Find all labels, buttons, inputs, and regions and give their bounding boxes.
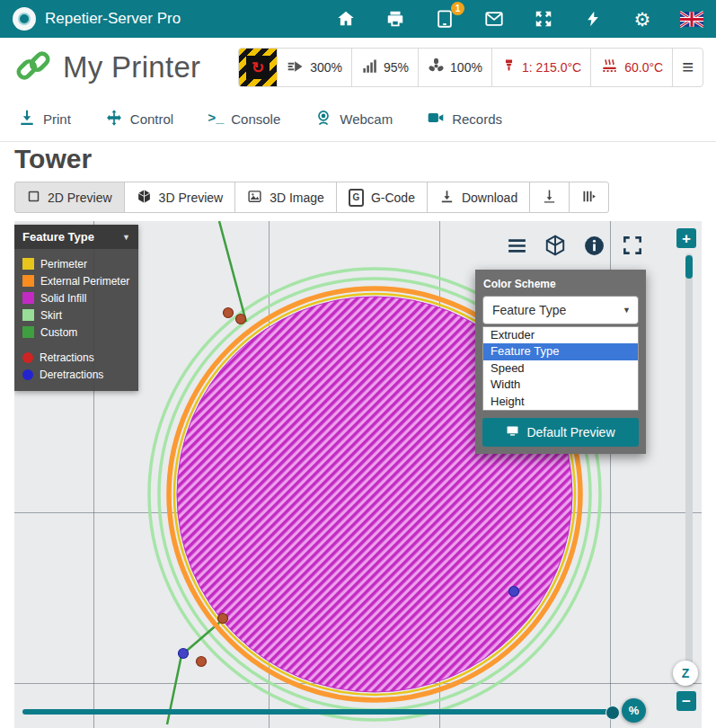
legend-label: Skirt xyxy=(40,309,62,322)
extruder-temp-icon xyxy=(501,58,517,77)
option-width[interactable]: Width xyxy=(483,377,638,393)
legend-item-deretractions: Deretractions xyxy=(22,366,130,383)
default-preview-button[interactable]: Default Preview xyxy=(482,418,639,447)
retraction-dot xyxy=(218,614,228,624)
2d-preview-button[interactable]: 2D Preview xyxy=(14,182,125,213)
speed-value: 300% xyxy=(310,60,342,75)
home-icon[interactable] xyxy=(334,7,358,31)
emergency-stop-button[interactable]: ↻ xyxy=(239,49,277,86)
selected-option: Feature Type xyxy=(492,303,566,317)
bolt-icon[interactable] xyxy=(581,7,605,31)
tab-webcam[interactable]: Webcam xyxy=(314,109,393,129)
gear-icon[interactable]: ⚙ xyxy=(631,7,654,31)
flow-multiplier-button[interactable]: 95% xyxy=(351,49,418,86)
tablet-icon[interactable]: 1 xyxy=(433,7,456,31)
legend-item-skirt: Skirt xyxy=(22,306,130,324)
preview-menu-icon[interactable] xyxy=(505,234,528,257)
option-extruder[interactable]: Extruder xyxy=(483,327,638,343)
chain-link-icon xyxy=(13,45,54,90)
legend-panel: Feature Type ▼ Perimeter External Perime… xyxy=(14,225,138,391)
fullscreen-icon[interactable] xyxy=(621,234,644,257)
monitor-icon xyxy=(506,424,519,440)
zoom-out-button[interactable]: − xyxy=(676,691,696,711)
zoom-in-button[interactable]: + xyxy=(676,228,696,248)
deretraction-dot xyxy=(179,649,189,659)
brand-name: Repetier-Server Pro xyxy=(45,10,181,28)
3d-image-button[interactable]: 3D Image xyxy=(234,182,337,213)
speed-multiplier-button[interactable]: 300% xyxy=(277,49,351,86)
navbar-icons: 1 ⚙ xyxy=(334,7,703,31)
bed-temp-button[interactable]: 60.0°C xyxy=(590,49,672,86)
console-icon: >_ xyxy=(208,111,224,127)
preview-toolbar: 2D Preview 3D Preview 3D Image G G-Code … xyxy=(14,182,609,213)
expand-icon[interactable] xyxy=(532,7,555,31)
layer-tool-button[interactable] xyxy=(529,182,570,213)
deretraction-marker xyxy=(22,369,33,380)
video-camera-icon xyxy=(427,109,445,129)
download-button[interactable]: Download xyxy=(427,182,530,213)
layer-slider-track[interactable] xyxy=(685,253,693,687)
z-mode-button[interactable]: Z xyxy=(673,661,698,686)
printer-tabs: Print Control >_ Console Webcam Records xyxy=(0,97,716,142)
tab-console[interactable]: >_ Console xyxy=(208,111,280,127)
page-title: Tower xyxy=(14,144,92,174)
brand-link[interactable]: Repetier-Server Pro xyxy=(13,7,181,31)
button-label: Default Preview xyxy=(526,425,614,439)
retraction-dot xyxy=(224,308,234,318)
tab-records[interactable]: Records xyxy=(427,109,502,129)
gcode-button[interactable]: G G-Code xyxy=(336,182,428,213)
3d-preview-button[interactable]: 3D Preview xyxy=(124,182,236,213)
option-height[interactable]: Height xyxy=(483,394,638,410)
custom-move-top xyxy=(219,221,246,322)
color-scheme-popup: Color Scheme Feature Type ▼ Extruder Fea… xyxy=(475,270,646,454)
color-swatch xyxy=(22,275,34,287)
option-feature-type[interactable]: Feature Type xyxy=(483,343,638,360)
top-navbar: Repetier-Server Pro 1 ⚙ xyxy=(0,0,716,38)
legend-title: Feature Type xyxy=(22,230,94,244)
progress-slider-track[interactable] xyxy=(22,709,618,715)
download-icon xyxy=(439,189,455,207)
flow-icon xyxy=(361,58,378,77)
option-speed[interactable]: Speed xyxy=(483,360,638,377)
tab-print[interactable]: Print xyxy=(18,109,71,129)
gcode-icon: G xyxy=(349,189,364,207)
progress-slider-handle[interactable] xyxy=(606,706,620,720)
info-icon[interactable] xyxy=(582,234,606,257)
app-logo-icon xyxy=(13,7,36,31)
tab-label: Console xyxy=(231,111,280,127)
preview-3d-cube-icon[interactable] xyxy=(544,234,567,257)
webcam-icon xyxy=(314,109,332,129)
button-label: Download xyxy=(462,191,517,205)
gcode-2d-preview-canvas[interactable]: Feature Type ▼ Perimeter External Perime… xyxy=(14,221,702,728)
tab-label: Records xyxy=(452,111,502,127)
color-scheme-select[interactable]: Feature Type ▼ xyxy=(482,296,639,324)
tab-control[interactable]: Control xyxy=(105,109,173,129)
extruder-temp-button[interactable]: 1: 215.0°C xyxy=(491,49,590,86)
mail-icon[interactable] xyxy=(482,7,506,31)
printer-header: My Printer ↻ 300% 95% 100% xyxy=(0,38,716,97)
preview-icon-bar xyxy=(505,234,644,257)
layer-slider-handle[interactable] xyxy=(685,255,693,279)
fan-speed-button[interactable]: 100% xyxy=(418,49,491,86)
heated-bed-icon xyxy=(600,58,619,77)
legend-item-retractions: Retractions xyxy=(22,349,130,366)
legend-header[interactable]: Feature Type ▼ xyxy=(14,225,138,249)
legend-label: Solid Infill xyxy=(40,292,86,305)
printer-icon[interactable] xyxy=(384,7,407,31)
statistics-button[interactable] xyxy=(569,182,609,213)
print-icon xyxy=(18,109,36,129)
legend-label: Deretractions xyxy=(40,368,103,381)
percent-mode-button[interactable]: % xyxy=(622,698,646,723)
hamburger-icon: ≡ xyxy=(682,58,694,77)
button-label: 3D Preview xyxy=(159,191,224,205)
tab-label: Control xyxy=(130,111,173,127)
legend-body: Perimeter External Perimeter Solid Infil… xyxy=(14,249,138,391)
tab-label: Webcam xyxy=(340,111,393,127)
legend-item-solid-infill: Solid Infill xyxy=(22,289,130,306)
tab-label: Print xyxy=(43,111,71,127)
printer-menu-button[interactable]: ≡ xyxy=(672,49,703,86)
chevron-down-icon: ▼ xyxy=(623,306,631,315)
deretraction-dot xyxy=(509,587,519,597)
retraction-dot xyxy=(236,315,246,324)
language-flag-icon[interactable] xyxy=(680,7,703,31)
